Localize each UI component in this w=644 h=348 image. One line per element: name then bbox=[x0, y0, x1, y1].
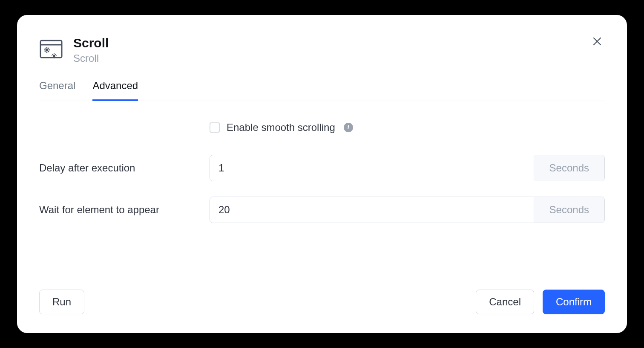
run-button[interactable]: Run bbox=[39, 290, 84, 314]
wait-row: Wait for element to appear Seconds bbox=[39, 197, 605, 223]
scroll-settings-modal: Scroll Scroll General Advanced Enable sm… bbox=[17, 15, 627, 333]
wait-label: Wait for element to appear bbox=[39, 204, 210, 216]
modal-subtitle: Scroll bbox=[73, 52, 605, 64]
delay-input[interactable] bbox=[210, 155, 534, 181]
svg-line-10 bbox=[48, 51, 49, 52]
tab-general[interactable]: General bbox=[39, 80, 75, 101]
tabs: General Advanced bbox=[39, 80, 605, 101]
svg-point-13 bbox=[53, 55, 55, 57]
modal-footer: Run Cancel Confirm bbox=[39, 290, 605, 314]
wait-unit: Seconds bbox=[534, 197, 604, 223]
svg-point-4 bbox=[46, 49, 49, 52]
modal-header: Scroll Scroll bbox=[39, 35, 605, 64]
delay-label: Delay after execution bbox=[39, 162, 210, 174]
svg-line-12 bbox=[48, 48, 49, 49]
wait-input[interactable] bbox=[210, 197, 534, 223]
svg-rect-2 bbox=[40, 41, 62, 58]
smooth-scroll-label: Enable smooth scrolling bbox=[227, 122, 335, 133]
cancel-button[interactable]: Cancel bbox=[476, 290, 534, 314]
delay-row: Delay after execution Seconds bbox=[39, 155, 605, 181]
svg-line-18 bbox=[52, 54, 53, 55]
smooth-scroll-checkbox[interactable] bbox=[210, 122, 220, 133]
close-button[interactable] bbox=[589, 34, 605, 49]
modal-title: Scroll bbox=[73, 35, 605, 51]
form-area: Enable smooth scrolling i Delay after ex… bbox=[39, 122, 605, 290]
close-icon bbox=[592, 36, 602, 46]
svg-line-19 bbox=[55, 57, 56, 58]
wait-input-group: Seconds bbox=[210, 197, 605, 223]
svg-line-11 bbox=[45, 51, 46, 52]
tab-advanced[interactable]: Advanced bbox=[92, 80, 138, 101]
svg-line-20 bbox=[52, 57, 53, 58]
svg-line-9 bbox=[45, 48, 46, 49]
svg-line-21 bbox=[55, 54, 56, 55]
delay-unit: Seconds bbox=[534, 155, 604, 181]
smooth-scroll-row: Enable smooth scrolling i bbox=[210, 122, 605, 133]
delay-input-group: Seconds bbox=[210, 155, 605, 181]
browser-settings-icon bbox=[39, 38, 63, 62]
confirm-button[interactable]: Confirm bbox=[543, 290, 605, 314]
info-icon[interactable]: i bbox=[344, 123, 353, 132]
